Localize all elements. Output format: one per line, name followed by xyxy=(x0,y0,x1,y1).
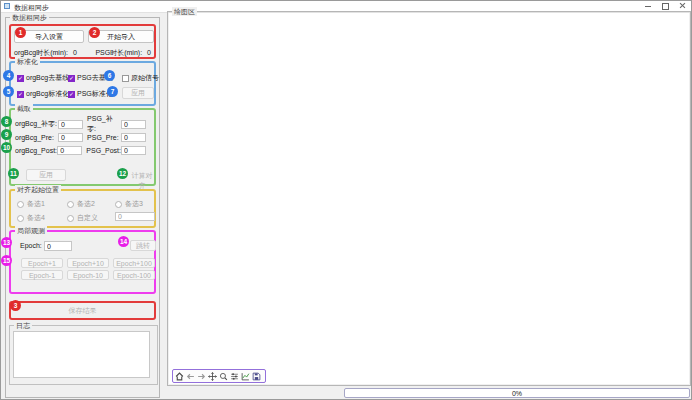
badge-14: 14 xyxy=(118,236,129,247)
align-start-section-title: 对齐起始位置 xyxy=(15,185,61,194)
radio-option4[interactable]: 备选4 xyxy=(17,213,45,223)
orgbcg-padzero-input[interactable] xyxy=(58,120,83,129)
raw-signal-checkbox[interactable]: ✓原始信号 xyxy=(122,73,159,83)
pan-button[interactable] xyxy=(208,372,217,381)
save-floppy-icon xyxy=(252,372,261,381)
progress-bar: 0% xyxy=(344,388,690,398)
epoch-label: Epoch: xyxy=(20,242,42,249)
psg-duration: PSG时长(min):0 xyxy=(95,48,151,58)
badge-9: 9 xyxy=(1,129,12,140)
psg-post-input[interactable] xyxy=(121,146,146,155)
epoch-section: 局部观测 Epoch: 跳转 Epoch+1 Epoch+10 Epoch+10… xyxy=(9,230,156,294)
epoch-plus-1-button[interactable]: Epoch+1 xyxy=(21,258,63,268)
badge-6: 6 xyxy=(104,70,115,81)
epoch-minus-100-button[interactable]: Epoch-100 xyxy=(113,270,155,280)
checkbox-check-icon: ✓ xyxy=(17,75,24,82)
log-textarea[interactable] xyxy=(13,331,150,378)
orgbcg-normalize-checkbox[interactable]: ✓orgBcg标准化 xyxy=(17,89,69,99)
back-button[interactable] xyxy=(186,372,195,381)
epoch-plus-100-button[interactable]: Epoch+100 xyxy=(113,258,155,268)
psg-padzero-input[interactable] xyxy=(121,120,146,129)
orgbcg-pre-input[interactable] xyxy=(58,133,83,142)
normalize-section: 标准化 ✓orgBcg去基线 ✓PSG去基线 ✓原始信号 ✓orgBcg标准化 … xyxy=(9,61,156,106)
badge-1: 1 xyxy=(15,27,26,38)
minimize-button[interactable] xyxy=(641,1,655,11)
compute-align-button[interactable]: 计算对齐 xyxy=(130,171,154,191)
window-title: 数据粗同步 xyxy=(14,3,49,13)
crop-row: orgBcg_补零: PSG_补零: xyxy=(15,119,150,129)
back-arrow-icon xyxy=(186,372,195,381)
epoch-section-title: 局部观测 xyxy=(15,226,47,235)
epoch-minus-10-button[interactable]: Epoch-10 xyxy=(67,270,109,280)
radio-option3[interactable]: 备选3 xyxy=(115,199,143,209)
plot-toolbar xyxy=(172,369,266,383)
epoch-minus-1-button[interactable]: Epoch-1 xyxy=(21,270,63,280)
home-icon xyxy=(175,372,184,381)
jump-button[interactable]: 跳转 xyxy=(130,240,156,251)
left-panel-title: 数据粗同步 xyxy=(10,13,49,22)
badge-12: 12 xyxy=(117,168,128,179)
log-section: 日志 xyxy=(9,325,158,385)
badge-4: 4 xyxy=(3,70,14,81)
badge-11: 11 xyxy=(8,168,19,179)
checkbox-box-icon: ✓ xyxy=(122,75,129,82)
save-section: 保存结果 xyxy=(9,301,156,320)
badge-8: 8 xyxy=(1,116,12,127)
home-button[interactable] xyxy=(175,372,184,381)
radio-icon xyxy=(67,201,74,208)
save-results-button[interactable]: 保存结果 xyxy=(13,305,152,316)
radio-icon xyxy=(67,215,74,222)
normalize-section-title: 标准化 xyxy=(15,57,40,66)
custom-position-input[interactable] xyxy=(115,212,155,221)
normalize-apply-button[interactable]: 应用 xyxy=(122,87,154,99)
radio-custom[interactable]: 自定义 xyxy=(67,213,98,223)
radio-icon xyxy=(17,201,24,208)
pan-icon xyxy=(208,372,217,381)
radio-option1[interactable]: 备选1 xyxy=(17,199,45,209)
import-section: 导入设置 开始导入 orgBcg时长(min):0 PSG时长(min):0 xyxy=(9,24,156,59)
radio-icon xyxy=(17,215,24,222)
crop-row: orgBcg_Post: PSG_Post: xyxy=(15,145,150,155)
forward-button[interactable] xyxy=(197,372,206,381)
crop-row: orgBcg_Pre: PSG_Pre: xyxy=(15,132,150,142)
crop-section: 截取 orgBcg_补零: PSG_补零: orgBcg_Pre: PSG_Pr… xyxy=(9,108,156,186)
customize-button[interactable] xyxy=(241,372,250,381)
plot-canvas[interactable] xyxy=(169,13,689,384)
log-section-title: 日志 xyxy=(14,321,32,330)
epoch-plus-10-button[interactable]: Epoch+10 xyxy=(67,258,109,268)
close-button[interactable] xyxy=(675,1,689,11)
orgbcg-duration-value: 0 xyxy=(73,49,77,56)
left-panel: 数据粗同步 导入设置 开始导入 orgBcg时长(min):0 PSG时长(mi… xyxy=(5,17,160,398)
psg-pre-input[interactable] xyxy=(121,133,146,142)
subplots-sliders-icon xyxy=(230,372,239,381)
minimize-icon xyxy=(645,6,651,7)
subplots-button[interactable] xyxy=(230,372,239,381)
zoom-icon xyxy=(219,372,228,381)
psg-duration-value: 0 xyxy=(147,49,151,56)
checkbox-check-icon: ✓ xyxy=(68,91,75,98)
crop-apply-button[interactable]: 应用 xyxy=(26,169,66,181)
align-start-section: 对齐起始位置 备选1 备选2 备选3 备选4 自定义 xyxy=(9,189,156,228)
radio-icon xyxy=(115,201,122,208)
progress-value: 0% xyxy=(512,390,522,397)
forward-arrow-icon xyxy=(197,372,206,381)
badge-13: 13 xyxy=(1,237,12,248)
plot-panel-title: 绘图区 xyxy=(172,7,197,16)
checkbox-check-icon: ✓ xyxy=(68,75,75,82)
orgbcg-post-input[interactable] xyxy=(57,146,82,155)
plot-panel: 绘图区 xyxy=(167,11,691,386)
save-figure-button[interactable] xyxy=(252,372,261,381)
badge-10: 10 xyxy=(1,142,12,153)
zoom-button[interactable] xyxy=(219,372,228,381)
badge-3: 3 xyxy=(10,300,21,311)
radio-option2[interactable]: 备选2 xyxy=(67,199,95,209)
app-icon xyxy=(4,3,10,9)
badge-7: 7 xyxy=(107,86,118,97)
orgbcg-debaseline-checkbox[interactable]: ✓orgBcg去基线 xyxy=(17,73,69,83)
maximize-button[interactable] xyxy=(658,1,672,11)
checkbox-check-icon: ✓ xyxy=(17,91,24,98)
epoch-input[interactable] xyxy=(44,241,72,251)
badge-15: 15 xyxy=(1,255,12,266)
customize-chart-icon xyxy=(241,372,250,381)
badge-5: 5 xyxy=(3,86,14,97)
